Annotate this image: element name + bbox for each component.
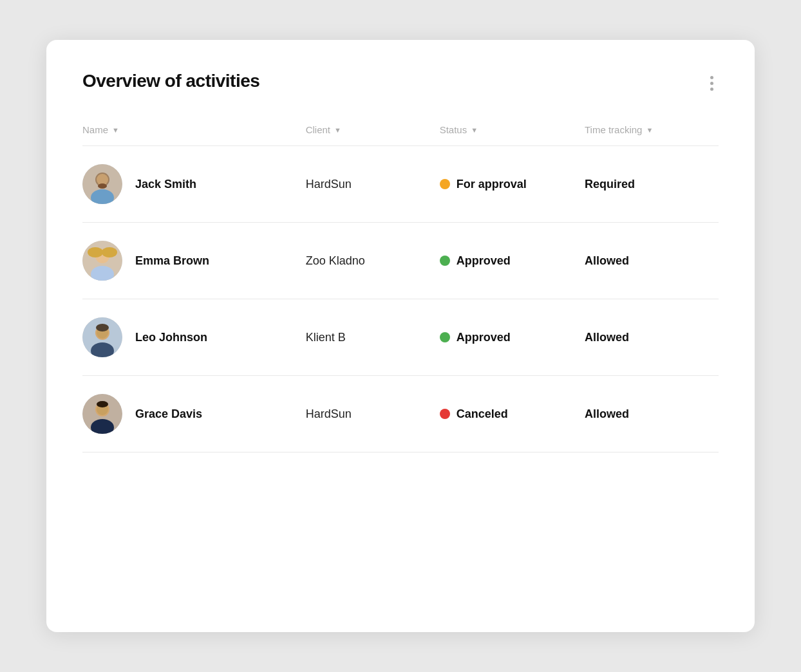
client-cell: HardSun [306,178,440,191]
avatar [82,394,122,434]
table-row[interactable]: Jack Smith HardSun For approval Required [82,146,719,223]
status-cell: Approved [440,254,585,268]
status-cell: Canceled [440,407,585,421]
tracking-cell: Allowed [585,254,719,268]
person-name: Emma Brown [135,254,209,268]
svg-point-20 [97,401,108,407]
table-header: Name ▼ Client ▼ Status ▼ Time tracking ▼ [82,124,719,146]
status-dot [440,409,450,419]
status-dot [440,332,450,342]
column-name[interactable]: Name ▼ [82,124,306,135]
activity-overview-card: Overview of activities Name ▼ Client ▼ S… [46,40,755,632]
page-title: Overview of activities [82,71,259,91]
column-client[interactable]: Client ▼ [306,124,440,135]
svg-point-10 [102,247,117,257]
column-client-label: Client [306,124,330,135]
more-dot-2 [710,82,713,85]
client-cell: HardSun [306,407,440,421]
status-label: Approved [457,331,511,344]
name-cell: Jack Smith [82,164,306,204]
avatar [82,164,122,204]
column-tracking-label: Time tracking [585,124,642,135]
tracking-cell: Allowed [585,331,719,344]
status-cell: Approved [440,331,585,344]
more-dot-1 [710,76,713,79]
status-dot [440,256,450,266]
avatar [82,241,122,281]
client-cell: Klient B [306,331,440,344]
chevron-down-icon: ▼ [471,126,478,134]
svg-point-9 [88,247,103,257]
client-cell: Zoo Kladno [306,254,440,268]
person-name: Leo Johnson [135,331,207,344]
chevron-down-icon: ▼ [646,126,653,134]
status-label: Canceled [457,407,508,421]
chevron-down-icon: ▼ [334,126,341,134]
more-dot-3 [710,88,713,91]
column-status-label: Status [440,124,467,135]
status-label: For approval [457,178,527,191]
tracking-cell: Required [585,178,719,191]
table-row[interactable]: Grace Davis HardSun Canceled Allowed [82,376,719,453]
person-name: Grace Davis [135,407,202,421]
person-name: Jack Smith [135,178,196,191]
chevron-down-icon: ▼ [112,126,119,134]
more-options-button[interactable] [705,73,719,93]
tracking-cell: Allowed [585,407,719,421]
name-cell: Grace Davis [82,394,306,434]
column-tracking[interactable]: Time tracking ▼ [585,124,719,135]
table-row[interactable]: Leo Johnson Klient B Approved Allowed [82,299,719,376]
status-dot [440,179,450,189]
table-body: Jack Smith HardSun For approval Required… [82,146,719,453]
table-row[interactable]: Emma Brown Zoo Kladno Approved Allowed [82,223,719,299]
svg-point-4 [98,183,107,189]
name-cell: Leo Johnson [82,317,306,357]
status-cell: For approval [440,178,585,191]
svg-point-15 [96,324,109,331]
avatar [82,317,122,357]
card-header: Overview of activities [82,71,719,93]
column-status[interactable]: Status ▼ [440,124,585,135]
status-label: Approved [457,254,511,268]
name-cell: Emma Brown [82,241,306,281]
column-name-label: Name [82,124,108,135]
